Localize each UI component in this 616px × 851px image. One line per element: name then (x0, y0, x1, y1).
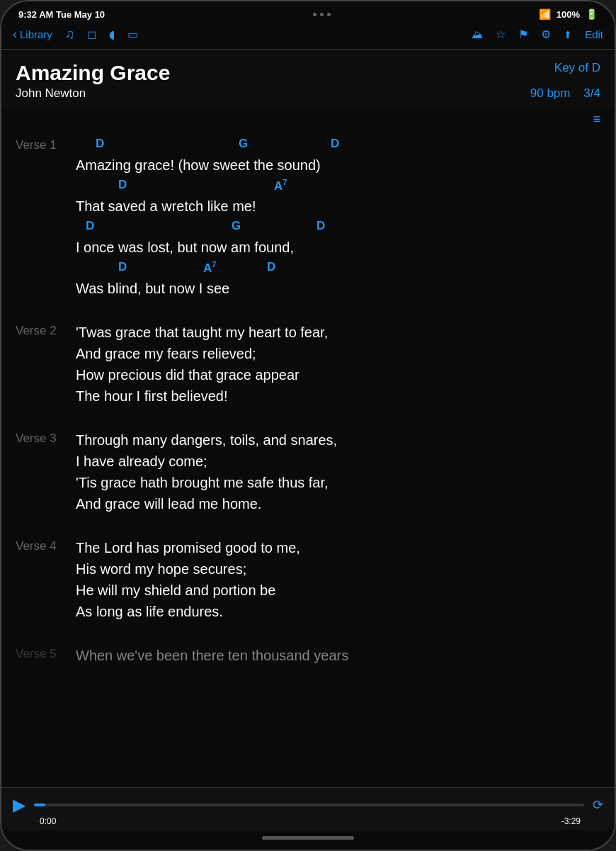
verse-5-block: Verse 5 When we've been there ten thousa… (16, 646, 600, 667)
verse-3-content: Through many dangers, toils, and snares,… (76, 430, 600, 515)
verse-4-content: The Lord has promised good to me, His wo… (76, 538, 600, 623)
status-time: 9:32 AM Tue May 10 (18, 9, 105, 20)
verse-1-lyrics-3: I once was lost, but now am found, (76, 237, 600, 257)
tag-icon[interactable]: ⛰ (472, 28, 483, 41)
verse-1-label: Verse 1 (16, 137, 62, 300)
time-sig-value: 3/4 (583, 86, 600, 100)
hamburger-icon[interactable]: ≡ (593, 112, 600, 127)
verse-4-label: Verse 4 (16, 538, 62, 623)
star-icon[interactable]: ☆ (496, 28, 506, 41)
chord-D2: D (331, 137, 339, 151)
status-right: 📶 100% 🔋 (539, 9, 598, 20)
verse-2-line-1: 'Twas grace that taught my heart to fear… (76, 322, 600, 342)
palette-icon[interactable]: ◖ (109, 28, 115, 41)
time-end: -3:29 (561, 816, 581, 826)
verse-4-line-4: As long as life endures. (76, 602, 600, 621)
edit-button[interactable]: Edit (585, 28, 603, 40)
verse-5-label: Verse 5 (16, 646, 62, 667)
home-bar (262, 836, 354, 840)
home-indicator (1, 830, 615, 850)
song-meta-row: John Newton 90 bpm 3/4 (16, 86, 600, 101)
share-icon[interactable]: ⬆ (564, 29, 572, 40)
chord-G1: G (239, 137, 248, 151)
verse-4-line-1: The Lord has promised good to me, (76, 538, 600, 558)
verse-2-content: 'Twas grace that taught my heart to fear… (76, 322, 600, 407)
chord-row-2: D A7 (76, 178, 600, 196)
chord-D1: D (96, 137, 104, 151)
chord-row-1: D G D (76, 137, 600, 155)
chord-A7-1: A7 (274, 178, 287, 193)
menu-icon-row: ≡ (1, 108, 615, 130)
wifi-icon: 📶 (539, 9, 551, 20)
verse-3-line-4: And grace will lead me home. (76, 494, 600, 514)
song-content: Verse 1 D G D Amazing grace! (how sweet … (1, 130, 615, 787)
tempo-value: 90 bpm (530, 86, 571, 100)
progress-fill (34, 804, 45, 806)
library-label: Library (20, 28, 52, 40)
player-time-row: 0:00 -3:29 (40, 816, 581, 826)
battery-text: 100% (557, 9, 580, 20)
song-key: Key of D (554, 61, 600, 75)
verse-1-line-1: D G D Amazing grace! (how sweet the soun… (76, 137, 600, 175)
status-dots (313, 13, 331, 16)
verse-1-lyrics-4: Was blind, but now I see (76, 278, 600, 298)
verse-5-content: When we've been there ten thousand years (76, 646, 600, 667)
progress-bar[interactable] (34, 804, 584, 806)
verse-1-lyrics-2: That saved a wretch like me! (76, 196, 600, 216)
verse-1-line-4: D A7 D Was blind, but now I see (76, 260, 600, 298)
chord-D3: D (118, 178, 127, 192)
song-tempo: 90 bpm 3/4 (530, 86, 600, 101)
verse-3-block: Verse 3 Through many dangers, toils, and… (16, 430, 600, 515)
verse-1-content: D G D Amazing grace! (how sweet the soun… (76, 137, 600, 300)
phone-icon[interactable]: ◻ (87, 28, 96, 41)
device-frame: 9:32 AM Tue May 10 📶 100% 🔋 ‹ Library ♫ … (0, 0, 616, 851)
song-title-row: Amazing Grace Key of D (16, 61, 600, 85)
verse-1-block: Verse 1 D G D Amazing grace! (how sweet … (16, 137, 600, 300)
verse-2-line-2: And grace my fears relieved; (76, 344, 600, 363)
back-button[interactable]: ‹ Library (13, 27, 52, 42)
nav-bar: ‹ Library ♫ ◻ ◖ ▭ ⛰ ☆ ⚑ ⚙ ⬆ Edit (1, 24, 615, 49)
verse-4-line-2: His word my hope secures; (76, 559, 600, 579)
chord-row-4: D A7 D (76, 260, 600, 278)
battery-icon: 🔋 (586, 9, 598, 20)
song-header: Amazing Grace Key of D John Newton 90 bp… (1, 50, 615, 108)
chord-D7: D (267, 260, 275, 274)
settings-icon[interactable]: ⚙ (541, 28, 551, 41)
dot1 (313, 13, 316, 16)
music-note-icon[interactable]: ♫ (65, 27, 75, 42)
chord-D4: D (86, 219, 94, 233)
verse-4-line-3: He will my shield and portion be (76, 580, 600, 600)
verse-2-line-3: How precious did that grace appear (76, 365, 600, 385)
chord-G2: G (232, 219, 241, 233)
nav-right: ⛰ ☆ ⚑ ⚙ ⬆ Edit (472, 28, 603, 41)
chord-D5: D (316, 219, 325, 233)
chord-row-3: D G D (76, 219, 600, 237)
verse-2-line-4: The hour I first believed! (76, 386, 600, 406)
verse-1-line-2: D A7 That saved a wretch like me! (76, 178, 600, 216)
play-button[interactable]: ▶ (13, 795, 25, 815)
verse-5-line-1: When we've been there ten thousand years (76, 646, 600, 665)
dot3 (327, 13, 331, 16)
verse-1-lyrics-1: Amazing grace! (how sweet the sound) (76, 155, 600, 175)
verse-4-block: Verse 4 The Lord has promised good to me… (16, 538, 600, 623)
chord-A7-2: A7 (203, 260, 216, 276)
chord-D6: D (118, 260, 127, 274)
flag-icon[interactable]: ⚑ (518, 28, 528, 41)
verse-3-line-1: Through many dangers, toils, and snares, (76, 430, 600, 450)
dot2 (320, 13, 324, 16)
verse-2-label: Verse 2 (16, 322, 62, 407)
song-author: John Newton (16, 86, 86, 101)
time-start: 0:00 (40, 816, 56, 826)
player-controls: ▶ ⟳ (13, 795, 603, 815)
verse-3-label: Verse 3 (16, 430, 62, 515)
verse-2-block: Verse 2 'Twas grace that taught my heart… (16, 322, 600, 407)
player-bar: ▶ ⟳ 0:00 -3:29 (1, 787, 615, 830)
nav-left: ‹ Library ♫ ◻ ◖ ▭ (13, 27, 138, 42)
verse-3-line-2: I have already come; (76, 451, 600, 471)
song-title: Amazing Grace (16, 61, 170, 85)
verse-1-line-3: D G D I once was lost, but now am found, (76, 219, 600, 257)
monitor-icon[interactable]: ▭ (127, 28, 138, 41)
verse-3-line-3: 'Tis grace hath brought me safe thus far… (76, 473, 600, 492)
status-bar: 9:32 AM Tue May 10 📶 100% 🔋 (1, 1, 615, 24)
loop-icon[interactable]: ⟳ (593, 797, 603, 813)
